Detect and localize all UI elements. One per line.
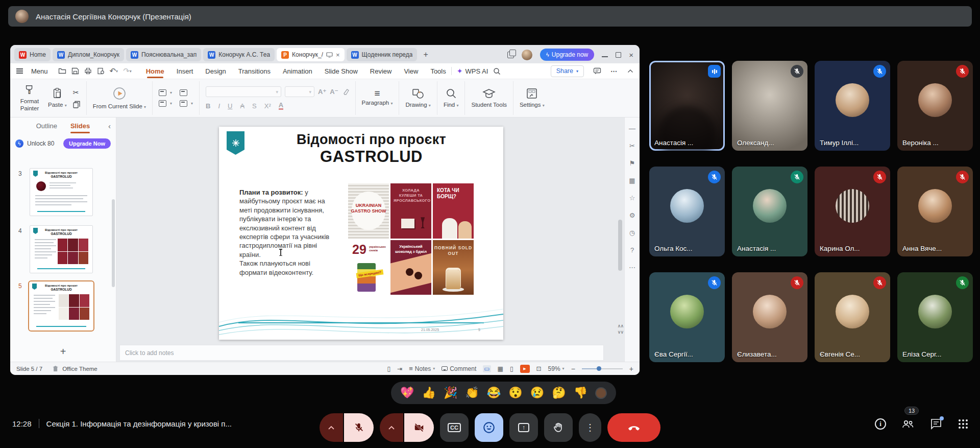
zoom-in-button[interactable]: + (629, 365, 633, 373)
document-tab[interactable]: WЩоденник переда (347, 48, 418, 61)
slide-layout-button[interactable] (159, 100, 166, 107)
paste-button[interactable]: Paste ▾ (48, 88, 67, 109)
more-icon[interactable]: ⋯ (629, 264, 635, 271)
increase-font-button[interactable]: A⁺ (318, 88, 326, 96)
menu-button[interactable]: Menu (31, 67, 48, 75)
minimize-button[interactable] (602, 56, 608, 57)
student-tools-button[interactable]: Student Tools (471, 88, 506, 109)
ribbon-tab-slide-show[interactable]: Slide Show (325, 63, 358, 79)
participant-tile[interactable]: Карина Ол... (815, 167, 890, 256)
participant-tile[interactable]: Анастасія ... (649, 61, 725, 151)
layout-pane-icon[interactable]: ▦ (629, 177, 635, 184)
font-style-button[interactable]: I (218, 102, 220, 110)
cut-icon[interactable]: ✂ (629, 142, 635, 150)
participant-tile[interactable]: Єлизавета... (732, 272, 807, 362)
reaction-emoji-button[interactable]: 🤔 (552, 387, 566, 398)
paragraph-button[interactable]: ≡ Paragraph ▾ (362, 89, 393, 107)
slide-thumbnail[interactable]: 3Відомості про проєктGASTROLUD (10, 168, 116, 222)
find-button[interactable]: Find ▾ (444, 88, 459, 109)
undo-icon[interactable]: ↶▾ (110, 66, 118, 76)
reaction-emoji-button[interactable]: 🎉 (444, 387, 457, 398)
reset-slide-button[interactable] (180, 89, 187, 96)
zoom-level[interactable]: 59%▾ (548, 365, 565, 372)
drawing-button[interactable]: Drawing ▾ (405, 88, 430, 109)
ribbon-tab-design[interactable]: Design (205, 63, 226, 79)
reading-view-button[interactable]: ▯ (510, 365, 513, 372)
open-folder-icon[interactable] (58, 67, 66, 75)
participant-tile[interactable]: Еліза Серг... (897, 272, 973, 362)
participant-tile[interactable]: Ольга Кос... (649, 167, 725, 256)
window-stack-icon[interactable] (507, 52, 514, 58)
panel-upgrade-button[interactable]: Upgrade Now (63, 138, 111, 149)
mic-off-button[interactable] (344, 413, 374, 442)
document-tab[interactable]: WКонорчук А.С. Теа (203, 48, 275, 61)
present-button[interactable]: ↑ (509, 413, 538, 442)
ribbon-tab-insert[interactable]: Insert (177, 63, 193, 79)
share-button[interactable]: Share▾ (551, 65, 584, 77)
search-icon[interactable] (493, 67, 501, 75)
current-slide[interactable]: Відомості про проєкт GASTROLUD Плани та … (219, 127, 503, 340)
reaction-emoji-button[interactable]: 😢 (530, 387, 544, 398)
handoff-icon[interactable]: ⇥ (397, 365, 402, 372)
normal-view-button[interactable]: ▭ (483, 365, 491, 372)
reaction-emoji-button[interactable]: 👏 (465, 387, 479, 398)
previous-slide-button[interactable]: ∧∧ (618, 324, 623, 328)
camera-off-button[interactable] (404, 413, 434, 442)
document-tab[interactable]: WHome (14, 48, 51, 61)
canvas-scrollbar[interactable] (618, 220, 622, 271)
more-options-icon[interactable]: ⋯ (610, 67, 618, 75)
slide-image-collage[interactable]: UKRAINIAN GASTRO SHOWХОЛАДА КУЛЕШИ ТА ЯР… (348, 183, 474, 295)
ribbon-tab-home[interactable]: Home (146, 63, 164, 79)
add-slide-button[interactable]: + (60, 346, 66, 358)
star-icon[interactable]: ☆ (629, 194, 635, 202)
reaction-emoji-button[interactable]: 💖 (400, 387, 414, 398)
phone-view-icon[interactable]: ▯ (387, 365, 391, 372)
next-slide-button[interactable]: ∨∨ (618, 330, 623, 335)
redo-icon[interactable]: ↷▾ (123, 66, 132, 76)
help-icon[interactable]: ? (630, 246, 634, 254)
upgrade-now-button[interactable]: ϟ Upgrade now (540, 49, 594, 61)
new-tab-button[interactable]: + (419, 50, 432, 59)
format-painter-button[interactable]: Format Painter (17, 84, 42, 112)
collapse-panel-icon[interactable]: ‹ (108, 122, 111, 130)
collapse-ribbon-icon[interactable] (627, 69, 633, 73)
fit-slide-icon[interactable]: ⊡ (536, 365, 542, 372)
participant-tile[interactable]: Тимур Іллі... (815, 61, 890, 151)
settings-gear-icon[interactable]: ⚙ (629, 211, 635, 219)
comment-toggle[interactable]: Comment (442, 365, 476, 372)
reactions-button[interactable] (475, 413, 503, 442)
document-tab[interactable]: PКонорчук_/× (277, 48, 344, 61)
account-avatar[interactable] (522, 50, 532, 60)
chat-button[interactable] (930, 418, 942, 430)
wps-ai-button[interactable]: ✦ WPS AI (457, 67, 488, 75)
decrease-font-button[interactable]: A⁻ (330, 88, 338, 96)
ribbon-tab-animation[interactable]: Animation (283, 63, 312, 79)
settings-button[interactable]: Settings ▾ (520, 88, 545, 109)
hamburger-menu-icon[interactable] (16, 70, 23, 72)
font-color-button[interactable]: A (279, 102, 283, 110)
document-tab[interactable]: WДиплом_Конорчук (53, 48, 124, 61)
info-button[interactable]: i (875, 418, 886, 430)
slide-body-text[interactable]: Плани та розвиток: у майбутньому проєкт … (239, 188, 331, 277)
notes-toggle[interactable]: ≡Notes▾ (409, 365, 435, 372)
copy-button[interactable] (73, 101, 80, 108)
font-style-button[interactable]: U (228, 102, 232, 110)
participant-tile[interactable]: Анна Вяче... (897, 167, 973, 256)
participant-tile[interactable]: Вероніка ... (897, 61, 973, 151)
participant-tile[interactable]: Єва Сергії... (649, 272, 725, 362)
participant-tile[interactable]: Олександ... (732, 61, 807, 151)
participant-tile[interactable]: Євгенія Се... (815, 272, 890, 362)
font-style-button[interactable]: S (252, 102, 257, 110)
close-button[interactable]: × (629, 51, 633, 59)
print-preview-icon[interactable] (97, 67, 105, 75)
ribbon-tab-review[interactable]: Review (370, 63, 392, 79)
comment-icon[interactable] (593, 67, 601, 75)
zoom-out-button[interactable]: − (571, 365, 575, 373)
skin-tone-selector[interactable] (595, 387, 607, 399)
more-options-button[interactable]: ⋮ (579, 413, 601, 442)
font-size-select[interactable]: ▾ (285, 86, 314, 97)
cut-button[interactable]: ✂ (73, 88, 80, 97)
camera-options-chevron[interactable] (380, 413, 403, 442)
reaction-emoji-button[interactable]: 👎 (574, 387, 587, 398)
outline-tab[interactable]: Outline (36, 122, 57, 130)
